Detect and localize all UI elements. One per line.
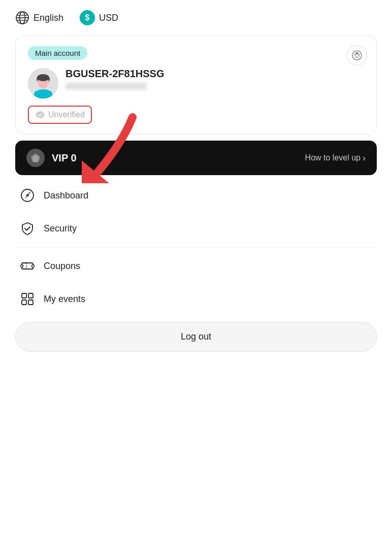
coupons-label: Coupons bbox=[44, 261, 80, 272]
svg-point-22 bbox=[32, 265, 35, 268]
currency-label: USD bbox=[99, 13, 118, 23]
sidebar-item-dashboard[interactable]: Dashboard bbox=[15, 179, 377, 212]
svg-rect-24 bbox=[22, 293, 26, 298]
menu-divider bbox=[15, 247, 377, 248]
menu-section: Dashboard Security Coupons My events bbox=[15, 179, 377, 316]
account-card: Main account BGUSER bbox=[15, 36, 377, 135]
user-info: BGUSER-2F81HSSG bbox=[28, 68, 364, 98]
compass-icon bbox=[20, 188, 35, 203]
unverified-badge[interactable]: Unverified bbox=[28, 106, 92, 124]
username: BGUSER-2F81HSSG bbox=[66, 68, 364, 80]
vip-bar[interactable]: VIP 0 How to level up › bbox=[15, 141, 377, 175]
sidebar-item-coupons[interactable]: Coupons bbox=[15, 250, 377, 283]
main-account-badge: Main account bbox=[28, 46, 87, 60]
unverified-label: Unverified bbox=[48, 110, 85, 119]
vip-gem-icon bbox=[26, 149, 45, 167]
svg-rect-12 bbox=[34, 90, 52, 98]
security-label: Security bbox=[44, 223, 77, 234]
svg-line-18 bbox=[27, 192, 30, 195]
vip-info: VIP 0 bbox=[26, 149, 77, 167]
user-email-blurred bbox=[66, 83, 147, 90]
svg-point-6 bbox=[356, 52, 358, 55]
vip-label: VIP 0 bbox=[52, 152, 77, 164]
currency-badge: $ bbox=[80, 10, 95, 25]
top-bar: English $ USD bbox=[15, 10, 377, 25]
currency-selector[interactable]: $ USD bbox=[80, 10, 118, 25]
avatar bbox=[28, 68, 58, 98]
globe-icon bbox=[15, 11, 29, 25]
language-label: English bbox=[34, 13, 63, 23]
my-events-label: My events bbox=[44, 294, 85, 305]
user-details: BGUSER-2F81HSSG bbox=[66, 68, 364, 90]
dashboard-label: Dashboard bbox=[44, 190, 88, 201]
sidebar-item-my-events[interactable]: My events bbox=[15, 283, 377, 316]
svg-rect-25 bbox=[28, 293, 33, 298]
language-selector[interactable]: English bbox=[15, 11, 63, 25]
grid-icon bbox=[20, 292, 35, 306]
sidebar-item-security[interactable]: Security bbox=[15, 212, 377, 245]
verify-icon bbox=[35, 110, 45, 120]
switch-account-button[interactable] bbox=[347, 45, 367, 65]
svg-rect-27 bbox=[28, 300, 33, 305]
chevron-right-icon: › bbox=[363, 153, 366, 163]
svg-rect-26 bbox=[22, 300, 26, 305]
vip-level-up: How to level up › bbox=[305, 153, 366, 163]
shield-icon bbox=[20, 221, 35, 236]
coupon-icon bbox=[20, 259, 35, 273]
svg-rect-20 bbox=[22, 263, 33, 269]
level-up-label: How to level up bbox=[305, 153, 361, 162]
svg-point-21 bbox=[21, 265, 23, 268]
logout-button[interactable]: Log out bbox=[15, 322, 377, 352]
switch-icon bbox=[351, 50, 363, 61]
svg-point-10 bbox=[37, 74, 49, 81]
